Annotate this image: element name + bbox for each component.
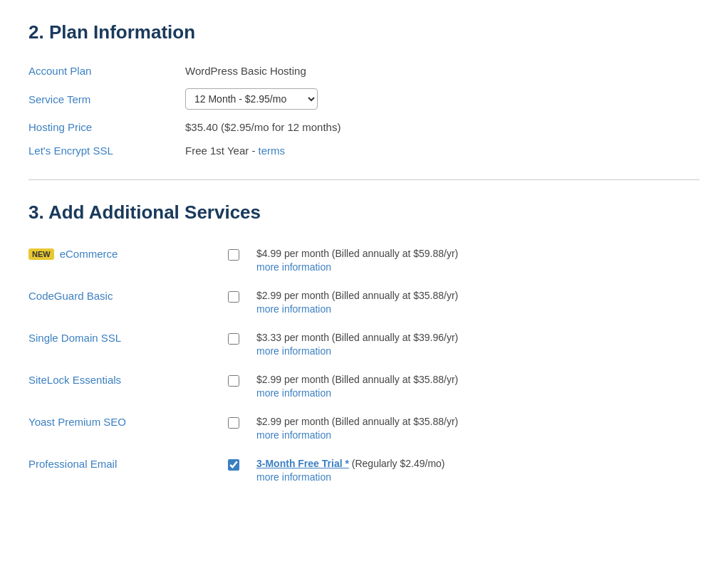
service-term-label: Service Term: [28, 83, 185, 115]
codeguard-label: CodeGuard Basic: [28, 290, 228, 302]
single-ssl-checkbox-col: [228, 332, 256, 345]
account-plan-label: Account Plan: [28, 59, 185, 83]
section-divider: [28, 179, 700, 180]
single-ssl-more-info[interactable]: more information: [256, 345, 331, 357]
hosting-price-label: Hosting Price: [28, 115, 185, 139]
hosting-price-value: $35.40 ($2.95/mo for 12 months): [185, 115, 700, 139]
single-ssl-price: $3.33 per month (Billed annually at $39.…: [256, 332, 700, 357]
ecommerce-more-info[interactable]: more information: [256, 261, 331, 273]
ssl-service-row: Single Domain SSL $3.33 per month (Bille…: [28, 323, 700, 365]
codeguard-price: $2.99 per month (Billed annually at $35.…: [256, 290, 700, 315]
ecommerce-name: eCommerce: [60, 248, 118, 260]
email-free-trial-link[interactable]: 3-Month Free Trial *: [256, 458, 349, 469]
codeguard-more-info[interactable]: more information: [256, 303, 331, 315]
services-section-title: 3. Add Additional Services: [28, 201, 700, 224]
yoast-checkbox[interactable]: [228, 417, 239, 429]
yoast-checkbox-col: [228, 416, 256, 429]
sitelock-service-row: SiteLock Essentials $2.99 per month (Bil…: [28, 365, 700, 407]
account-plan-row: Account Plan WordPress Basic Hosting: [28, 59, 700, 83]
single-ssl-label: Single Domain SSL: [28, 332, 228, 344]
ecommerce-price: $4.99 per month (Billed annually at $59.…: [256, 248, 700, 273]
ssl-value: Free 1st Year - terms: [185, 139, 700, 162]
single-ssl-price-line: $3.33 per month (Billed annually at $39.…: [256, 332, 700, 343]
email-label: Professional Email: [28, 458, 228, 470]
account-plan-value: WordPress Basic Hosting: [185, 59, 700, 83]
sitelock-more-info[interactable]: more information: [256, 387, 331, 399]
ecommerce-price-line: $4.99 per month (Billed annually at $59.…: [256, 248, 700, 259]
single-ssl-name: Single Domain SSL: [28, 332, 121, 344]
new-badge-ecommerce: New: [28, 248, 54, 260]
plan-info-table: Account Plan WordPress Basic Hosting Ser…: [28, 59, 700, 162]
sitelock-price-line: $2.99 per month (Billed annually at $35.…: [256, 374, 700, 385]
ecommerce-label: New eCommerce: [28, 248, 228, 260]
service-term-select[interactable]: 12 Month - $2.95/mo 1 Month - $7.99/mo 2…: [185, 88, 318, 110]
sitelock-checkbox[interactable]: [228, 375, 239, 387]
sitelock-label: SiteLock Essentials: [28, 374, 228, 386]
email-price-line: 3-Month Free Trial * (Regularly $2.49/mo…: [256, 458, 700, 469]
ssl-terms-link[interactable]: terms: [259, 145, 286, 157]
sitelock-price: $2.99 per month (Billed annually at $35.…: [256, 374, 700, 399]
codeguard-service-row: CodeGuard Basic $2.99 per month (Billed …: [28, 281, 700, 323]
email-checkbox[interactable]: [228, 459, 239, 471]
yoast-name: Yoast Premium SEO: [28, 416, 126, 428]
email-price: 3-Month Free Trial * (Regularly $2.49/mo…: [256, 458, 700, 483]
sitelock-checkbox-col: [228, 374, 256, 387]
codeguard-name: CodeGuard Basic: [28, 290, 113, 302]
plan-section-title: 2. Plan Information: [28, 21, 700, 43]
service-term-value: 12 Month - $2.95/mo 1 Month - $7.99/mo 2…: [185, 83, 700, 115]
hosting-price-row: Hosting Price $35.40 ($2.95/mo for 12 mo…: [28, 115, 700, 139]
codeguard-checkbox[interactable]: [228, 291, 239, 303]
ecommerce-checkbox[interactable]: [228, 249, 239, 261]
yoast-label: Yoast Premium SEO: [28, 416, 228, 428]
service-term-row: Service Term 12 Month - $2.95/mo 1 Month…: [28, 83, 700, 115]
yoast-price-line: $2.99 per month (Billed annually at $35.…: [256, 416, 700, 427]
email-more-info[interactable]: more information: [256, 471, 331, 483]
codeguard-checkbox-col: [228, 290, 256, 303]
email-regular-price: (Regularly $2.49/mo): [352, 458, 445, 469]
email-name: Professional Email: [28, 458, 117, 470]
yoast-more-info[interactable]: more information: [256, 429, 331, 441]
ecommerce-checkbox-col: [228, 248, 256, 261]
ssl-row: Let's Encrypt SSL Free 1st Year - terms: [28, 139, 700, 162]
email-checkbox-col: [228, 458, 256, 471]
single-ssl-checkbox[interactable]: [228, 333, 239, 345]
email-service-row: Professional Email 3-Month Free Trial * …: [28, 449, 700, 491]
sitelock-name: SiteLock Essentials: [28, 374, 121, 386]
yoast-price: $2.99 per month (Billed annually at $35.…: [256, 416, 700, 441]
ssl-label: Let's Encrypt SSL: [28, 139, 185, 162]
codeguard-price-line: $2.99 per month (Billed annually at $35.…: [256, 290, 700, 301]
ecommerce-service-row: New eCommerce $4.99 per month (Billed an…: [28, 239, 700, 281]
yoast-service-row: Yoast Premium SEO $2.99 per month (Bille…: [28, 407, 700, 449]
services-section: 3. Add Additional Services New eCommerce…: [28, 201, 700, 491]
